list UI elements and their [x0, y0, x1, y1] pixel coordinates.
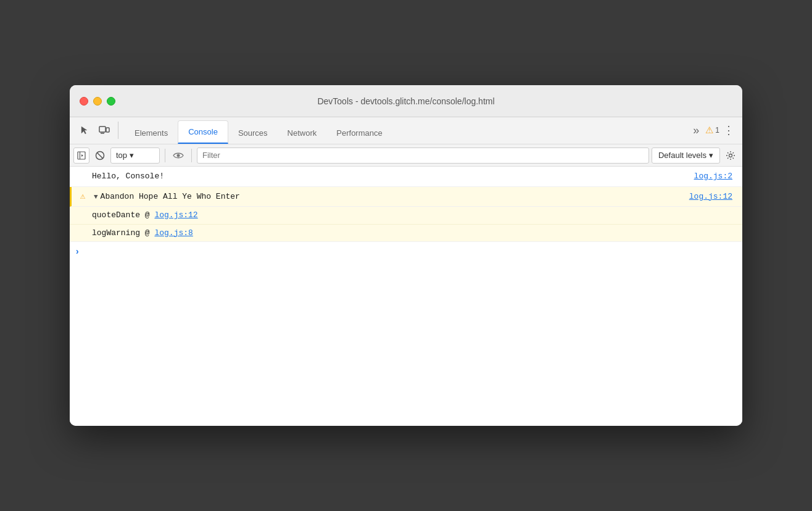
traffic-lights: [80, 97, 115, 106]
tab-elements[interactable]: Elements: [125, 122, 178, 144]
console-file-ref-2[interactable]: log.js:12: [687, 191, 737, 202]
devtools-window: DevTools - devtools.glitch.me/console/lo…: [70, 85, 742, 426]
svg-line-7: [97, 152, 103, 158]
console-toolbar: top ▾ Default levels ▾: [70, 144, 742, 167]
console-warning-group: ⚠ ▼Abandon Hope All Ye Who Enter log.js:…: [70, 187, 742, 242]
close-button[interactable]: [80, 97, 88, 106]
tab-console[interactable]: Console: [178, 120, 228, 144]
svg-marker-5: [81, 154, 83, 157]
row-gutter-warning: ⚠: [72, 189, 94, 201]
console-input-row[interactable]: ›: [70, 241, 742, 261]
toolbar-icons: [72, 117, 125, 144]
sidebar-toggle-button[interactable]: [73, 147, 89, 164]
console-row-warning: ⚠ ▼Abandon Hope All Ye Who Enter log.js:…: [70, 187, 742, 207]
svg-point-8: [177, 154, 180, 157]
sub-row-content-1: quoteDante @ log.js:12: [92, 208, 737, 223]
warning-icon: ⚠: [705, 125, 713, 136]
levels-arrow-icon: ▾: [709, 151, 713, 160]
row-gutter-info: [70, 169, 92, 170]
clear-console-button[interactable]: [92, 147, 108, 164]
maximize-button[interactable]: [107, 97, 115, 106]
svg-rect-0: [99, 127, 106, 132]
kebab-menu-button[interactable]: ⋮: [723, 123, 735, 137]
console-sub-row-2: logWarning @ log.js:8: [70, 225, 742, 242]
warning-count: 1: [715, 126, 719, 135]
console-file-ref-1[interactable]: log.js:2: [692, 170, 737, 182]
sub-row-link-2[interactable]: log.js:8: [154, 228, 193, 238]
svg-point-9: [729, 154, 732, 157]
sub-row-gutter-2: [70, 226, 92, 241]
console-output: Hello, Console! log.js:2 ⚠ ▼Abandon Hope…: [70, 167, 742, 426]
filter-input[interactable]: [197, 147, 649, 164]
warning-badge[interactable]: ⚠ 1: [705, 125, 719, 136]
tabs-right: » ⚠ 1 ⋮: [686, 117, 740, 144]
expand-arrow-icon[interactable]: ▼: [94, 192, 98, 202]
cursor-icon[interactable]: [76, 122, 93, 139]
live-expressions-button[interactable]: [170, 147, 186, 164]
svg-rect-1: [106, 128, 109, 132]
tabs-bar: Elements Console Sources Network Perform…: [70, 117, 742, 144]
console-row-info: Hello, Console! log.js:2: [70, 167, 742, 187]
context-selector[interactable]: top ▾: [110, 147, 160, 164]
toolbar-divider-2: [191, 149, 192, 162]
sub-row-content-2: logWarning @ log.js:8: [92, 226, 737, 241]
sub-row-gutter-1: [70, 208, 92, 223]
log-levels-button[interactable]: Default levels ▾: [652, 147, 720, 164]
more-tabs-button[interactable]: »: [690, 123, 702, 138]
sub-row-link-1[interactable]: log.js:12: [154, 210, 197, 220]
console-settings-button[interactable]: [723, 147, 739, 164]
context-arrow-icon: ▾: [130, 151, 134, 160]
console-message-hello: Hello, Console!: [92, 169, 692, 184]
levels-label: Default levels: [658, 151, 706, 160]
minimize-button[interactable]: [93, 97, 102, 106]
tab-performance[interactable]: Performance: [326, 122, 392, 144]
warning-triangle-icon: ⚠: [80, 191, 85, 201]
tabs-list: Elements Console Sources Network Perform…: [125, 117, 686, 144]
tab-divider: [118, 122, 118, 139]
device-toolbar-icon[interactable]: [96, 122, 113, 139]
sub-row-text-2: logWarning @: [92, 228, 154, 238]
titlebar: DevTools - devtools.glitch.me/console/lo…: [70, 85, 742, 117]
window-title: DevTools - devtools.glitch.me/console/lo…: [317, 96, 494, 106]
toolbar-divider: [165, 149, 165, 162]
sub-row-text-1: quoteDante @: [92, 210, 154, 220]
console-message-warning: ▼Abandon Hope All Ye Who Enter: [94, 189, 687, 204]
context-value: top: [116, 151, 127, 160]
prompt-arrow-icon: ›: [75, 247, 80, 257]
console-sub-row-1: quoteDante @ log.js:12: [70, 207, 742, 225]
tab-sources[interactable]: Sources: [228, 122, 278, 144]
tab-network[interactable]: Network: [278, 122, 327, 144]
